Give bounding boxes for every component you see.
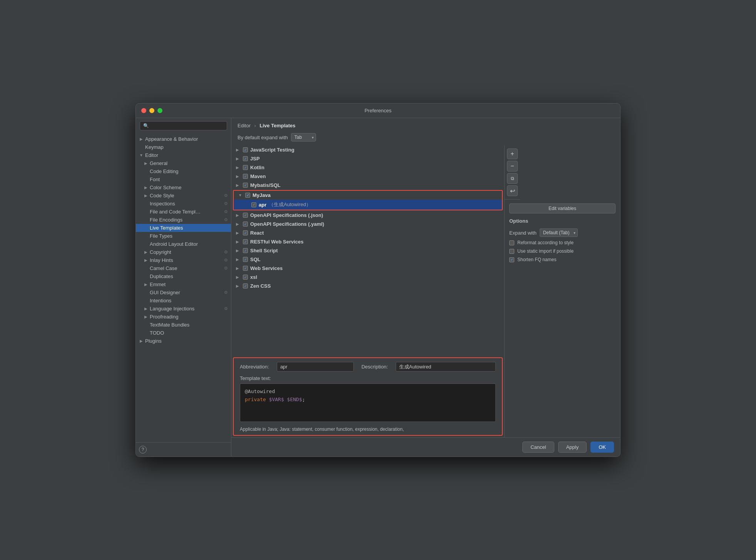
edit-variables-button[interactable]: Edit variables	[509, 203, 616, 213]
sidebar-item-color-scheme[interactable]: ▶ Color Scheme	[136, 183, 231, 192]
sidebar-item-label: Proofreading	[150, 314, 178, 320]
sidebar-item-android-layout[interactable]: Android Layout Editor	[136, 240, 231, 248]
sidebar-item-camel-case[interactable]: Camel Case ⚙	[136, 264, 231, 272]
checkbox-js-testing[interactable]	[243, 147, 248, 152]
list-item-mybatis[interactable]: ▶ Mybatis/SQL	[231, 181, 504, 190]
sidebar-item-label: Plugins	[145, 338, 162, 344]
checkbox-jsp[interactable]	[243, 156, 248, 161]
list-item-xsl[interactable]: ▶ xsl	[231, 273, 504, 282]
checkbox-mybatis[interactable]	[243, 183, 248, 188]
settings-icon: ⚙	[224, 217, 228, 222]
template-desc: （生成Autowired）	[269, 201, 311, 208]
sidebar-item-duplicates[interactable]: Duplicates	[136, 272, 231, 280]
add-button[interactable]: +	[507, 148, 518, 159]
checkbox-shell[interactable]	[243, 248, 248, 253]
close-button[interactable]	[141, 108, 146, 113]
sidebar-item-appearance[interactable]: ▶ Appearance & Behavior	[136, 135, 231, 143]
sidebar-item-keymap[interactable]: Keymap	[136, 143, 231, 151]
code-line-2: private $VAR$ $END$;	[245, 396, 491, 404]
chevron-icon: ▶	[139, 339, 144, 343]
group-label: React	[250, 230, 264, 236]
group-label: xsl	[250, 274, 257, 280]
expand-with-select[interactable]: Default (Tab) Tab Enter Space	[540, 228, 578, 237]
window-title: Preferences	[365, 108, 391, 113]
sidebar-item-file-types[interactable]: File Types	[136, 232, 231, 240]
sidebar-item-label: Editor	[145, 152, 158, 158]
description-input[interactable]	[396, 362, 496, 372]
sidebar-item-proofreading[interactable]: ▶ Proofreading	[136, 313, 231, 321]
copy-button[interactable]: ⧉	[507, 173, 518, 184]
list-item-kotlin[interactable]: ▶ Kotlin	[231, 163, 504, 172]
sidebar-item-intentions[interactable]: Intentions	[136, 297, 231, 305]
preferences-window: Preferences 🔍 ▶ Appearance & Behavior Ke…	[135, 103, 621, 457]
checkbox-apr[interactable]	[251, 202, 256, 207]
sidebar-item-copyright[interactable]: ▶ Copyright ⚙	[136, 248, 231, 256]
checkbox-zen-css[interactable]	[243, 283, 248, 288]
maximize-button[interactable]	[157, 108, 162, 113]
remove-button[interactable]: −	[507, 161, 518, 172]
expand-with-label: Expand with	[509, 230, 537, 236]
sidebar-item-gui-designer[interactable]: GUI Designer ⚙	[136, 288, 231, 297]
applicable-text: Applicable in Java; Java: statement, con…	[240, 427, 404, 432]
list-item-maven[interactable]: ▶ Maven	[231, 172, 504, 181]
apply-button[interactable]: Apply	[558, 442, 587, 453]
cancel-button[interactable]: Cancel	[522, 442, 554, 453]
sidebar-item-language-injections[interactable]: ▶ Language Injections ⚙	[136, 305, 231, 313]
reformat-checkbox[interactable]	[509, 240, 514, 245]
sidebar-item-general[interactable]: ▶ General	[136, 159, 231, 167]
chevron-icon: ▶	[236, 183, 241, 187]
sidebar-item-editor[interactable]: ▼ Editor	[136, 151, 231, 159]
sidebar-item-label: Color Scheme	[150, 185, 181, 190]
list-item-zen-css[interactable]: ▶ Zen CSS	[231, 282, 504, 290]
checkbox-kotlin[interactable]	[243, 165, 248, 170]
checkbox-xsl[interactable]	[243, 275, 248, 280]
chevron-icon: ▶	[144, 258, 148, 262]
checkbox-sql[interactable]	[243, 257, 248, 262]
checkbox-maven[interactable]	[243, 174, 248, 179]
sidebar-item-inspections[interactable]: Inspections ⚙	[136, 200, 231, 208]
sidebar-item-code-editing[interactable]: Code Editing	[136, 167, 231, 175]
sidebar-item-textmate[interactable]: TextMate Bundles	[136, 321, 231, 329]
group-label: Mybatis/SQL	[250, 182, 281, 188]
static-import-checkbox[interactable]	[509, 249, 514, 254]
abbreviation-input[interactable]	[277, 362, 354, 372]
sidebar-item-emmet[interactable]: ▶ Emmet	[136, 280, 231, 288]
expand-select[interactable]: Tab Enter Space	[291, 133, 316, 142]
list-item-js-testing[interactable]: ▶ JavaScript Testing	[231, 145, 504, 154]
sidebar-item-code-style[interactable]: ▶ Code Style ⚙	[136, 192, 231, 200]
sidebar-item-file-encodings[interactable]: File Encodings ⚙	[136, 216, 231, 224]
sidebar-item-plugins[interactable]: ▶ Plugins	[136, 337, 231, 345]
shorten-fq-checkbox[interactable]	[509, 257, 514, 262]
minimize-button[interactable]	[149, 108, 154, 113]
sidebar-item-label: Appearance & Behavior	[145, 136, 198, 142]
checkbox-openapi-json[interactable]	[243, 213, 248, 218]
checkbox-react[interactable]	[243, 230, 248, 235]
reset-button[interactable]: ↩	[507, 185, 518, 196]
list-item-myjava[interactable]: ▼ MyJava	[234, 191, 502, 200]
list-item-apr[interactable]: apr （生成Autowired）	[234, 200, 502, 210]
checkbox-myjava[interactable]	[245, 193, 250, 198]
search-box[interactable]: 🔍	[140, 121, 227, 130]
sidebar-item-inlay-hints[interactable]: ▶ Inlay Hints ⚙	[136, 256, 231, 264]
list-item-openapi-json[interactable]: ▶ OpenAPI Specifications (.json)	[231, 211, 504, 220]
group-label: MyJava	[253, 192, 271, 198]
sidebar-item-todo[interactable]: TODO	[136, 329, 231, 337]
sidebar-item-font[interactable]: Font	[136, 175, 231, 183]
ok-button[interactable]: OK	[590, 442, 614, 453]
sidebar-item-label: Inlay Hints	[150, 257, 173, 263]
list-item-jsp[interactable]: ▶ JSP	[231, 154, 504, 163]
checkbox-restful[interactable]	[243, 239, 248, 244]
list-item-shell[interactable]: ▶ Shell Script	[231, 246, 504, 255]
checkbox-openapi-yaml[interactable]	[243, 222, 248, 227]
checkbox-web-services[interactable]	[243, 266, 248, 271]
help-button[interactable]: ?	[139, 446, 147, 453]
list-item-react[interactable]: ▶ React	[231, 228, 504, 237]
list-item-web-services[interactable]: ▶ Web Services	[231, 264, 504, 273]
list-item-sql[interactable]: ▶ SQL	[231, 255, 504, 264]
list-item-restful[interactable]: ▶ RESTful Web Services	[231, 237, 504, 246]
sidebar-item-live-templates[interactable]: Live Templates	[136, 224, 231, 232]
template-code-area[interactable]: @Autowired private $VAR$ $END$;	[240, 383, 496, 422]
list-item-openapi-yaml[interactable]: ▶ OpenAPI Specifications (.yaml)	[231, 220, 504, 228]
sidebar-item-file-code-templ[interactable]: File and Code Templ… ⚙	[136, 208, 231, 216]
expand-select-wrapper: Tab Enter Space ▾	[291, 133, 316, 142]
